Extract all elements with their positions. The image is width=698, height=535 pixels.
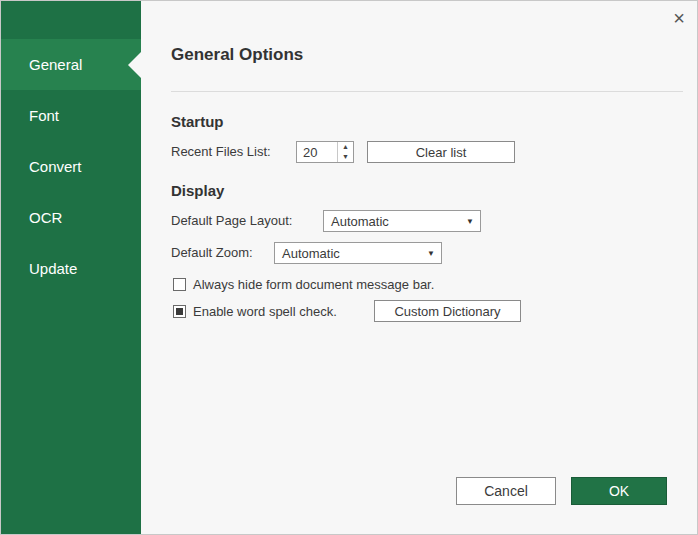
sidebar-items: General Font Convert OCR Update <box>1 39 141 294</box>
hide-message-bar-checkbox[interactable] <box>173 278 186 291</box>
sidebar-item-general[interactable]: General <box>1 39 141 90</box>
chevron-down-icon: ▼ <box>427 249 435 258</box>
recent-files-stepper[interactable]: ▲ ▼ <box>296 141 354 163</box>
sidebar-item-convert[interactable]: Convert <box>1 141 141 192</box>
spinner-arrows: ▲ ▼ <box>337 142 353 162</box>
page-layout-value: Automatic <box>331 214 389 229</box>
recent-files-label: Recent Files List: <box>171 141 271 163</box>
spell-check-row: Enable word spell check. <box>173 303 337 319</box>
sidebar-item-ocr[interactable]: OCR <box>1 192 141 243</box>
sidebar-item-label: Font <box>29 107 59 124</box>
hide-message-bar-row: Always hide form document message bar. <box>173 276 434 292</box>
close-icon[interactable]: × <box>669 5 689 31</box>
spell-check-checkbox[interactable] <box>173 305 186 318</box>
sidebar-item-font[interactable]: Font <box>1 90 141 141</box>
options-dialog: General Font Convert OCR Update × Genera… <box>0 0 698 535</box>
sidebar-item-label: Convert <box>29 158 82 175</box>
sidebar-item-label: OCR <box>29 209 62 226</box>
recent-files-input[interactable] <box>297 142 337 162</box>
clear-list-button[interactable]: Clear list <box>367 141 515 163</box>
spinner-up-icon[interactable]: ▲ <box>338 142 353 152</box>
hide-message-bar-label: Always hide form document message bar. <box>193 277 434 292</box>
spinner-down-icon[interactable]: ▼ <box>338 152 353 162</box>
title-divider <box>171 91 683 92</box>
display-section-heading: Display <box>171 182 224 199</box>
zoom-value: Automatic <box>282 246 340 261</box>
sidebar-item-label: General <box>29 56 82 73</box>
sidebar-item-update[interactable]: Update <box>1 243 141 294</box>
page-layout-dropdown[interactable]: Automatic ▼ <box>323 210 481 232</box>
page-layout-label: Default Page Layout: <box>171 210 292 232</box>
main-panel: × General Options Startup Recent Files L… <box>141 1 698 535</box>
zoom-label: Default Zoom: <box>171 242 253 264</box>
startup-section-heading: Startup <box>171 113 224 130</box>
custom-dictionary-button[interactable]: Custom Dictionary <box>374 300 521 322</box>
cancel-button[interactable]: Cancel <box>456 477 556 505</box>
zoom-dropdown[interactable]: Automatic ▼ <box>274 242 442 264</box>
sidebar-item-label: Update <box>29 260 77 277</box>
ok-button[interactable]: OK <box>571 477 667 505</box>
sidebar: General Font Convert OCR Update <box>1 1 141 535</box>
spell-check-label: Enable word spell check. <box>193 304 337 319</box>
page-title: General Options <box>171 45 303 65</box>
chevron-down-icon: ▼ <box>466 217 474 226</box>
